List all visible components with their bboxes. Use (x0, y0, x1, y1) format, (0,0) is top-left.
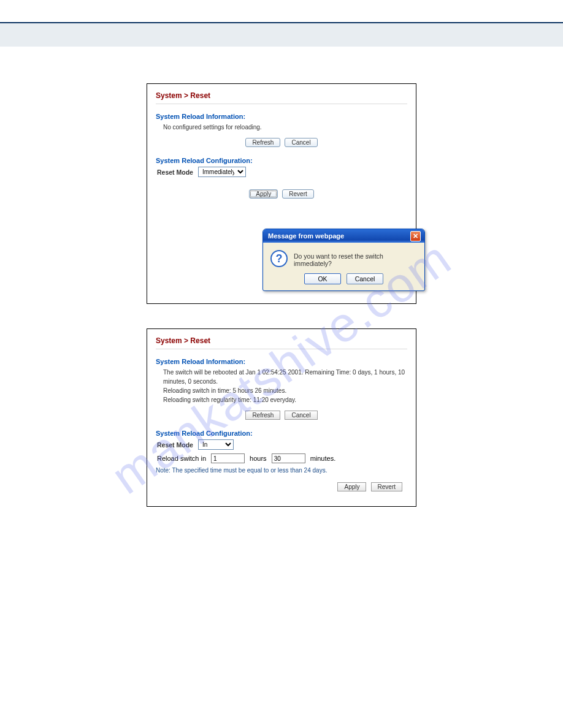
note-text: Note: The specified time must be equal t… (156, 467, 407, 474)
reset-mode-select[interactable]: Immediately (198, 167, 246, 177)
cancel-button[interactable]: Cancel (285, 138, 317, 147)
reset-mode-label: Reset Mode (157, 441, 193, 449)
reload-config-title: System Reload Configuration: (156, 157, 407, 164)
reload-info-line1: The switch will be rebooted at Jan 1 02:… (156, 368, 407, 386)
dialog-titlebar[interactable]: Message from webpage ✕ (263, 229, 424, 243)
minutes-label: minutes. (310, 455, 336, 462)
refresh-button[interactable]: Refresh (245, 411, 280, 420)
confirm-dialog: Message from webpage ✕ ? Do you want to … (262, 229, 425, 291)
hours-input[interactable] (211, 453, 245, 463)
reset-mode-label: Reset Mode (157, 169, 193, 176)
reload-info-line2: Reloading switch in time: 5 hours 26 min… (156, 386, 407, 395)
minutes-input[interactable] (272, 453, 305, 463)
dialog-ok-button[interactable]: OK (304, 273, 341, 284)
header-gray-band (0, 23, 563, 47)
breadcrumb: System > Reset (156, 334, 407, 349)
close-icon[interactable]: ✕ (410, 231, 421, 241)
header-top-bar (0, 0, 563, 23)
reload-info-title: System Reload Information: (156, 113, 407, 120)
reset-mode-select[interactable]: In (198, 439, 234, 450)
panel-reset-immediate: System > Reset System Reload Information… (147, 83, 416, 304)
refresh-button[interactable]: Refresh (245, 138, 280, 147)
reload-prefix-label: Reload switch in (157, 455, 206, 462)
panel-reset-in: System > Reset System Reload Information… (147, 328, 416, 507)
revert-button[interactable]: Revert (371, 482, 402, 491)
reload-config-title: System Reload Configuration: (156, 430, 407, 437)
dialog-message: Do you want to reset the switch immediat… (294, 250, 417, 267)
hours-label: hours (250, 455, 267, 462)
apply-button[interactable]: Apply (337, 482, 366, 491)
apply-button[interactable]: Apply (249, 189, 278, 199)
dialog-title: Message from webpage (268, 232, 344, 240)
reload-info-text: No configured settings for reloading. (156, 123, 407, 132)
revert-button[interactable]: Revert (282, 189, 313, 199)
breadcrumb: System > Reset (156, 89, 407, 104)
dialog-cancel-button[interactable]: Cancel (347, 273, 383, 284)
reload-info-line3: Reloading switch regularity time: 11:20 … (156, 395, 407, 404)
reload-info-title: System Reload Information: (156, 358, 407, 365)
question-icon: ? (270, 250, 288, 267)
cancel-button[interactable]: Cancel (285, 411, 317, 420)
